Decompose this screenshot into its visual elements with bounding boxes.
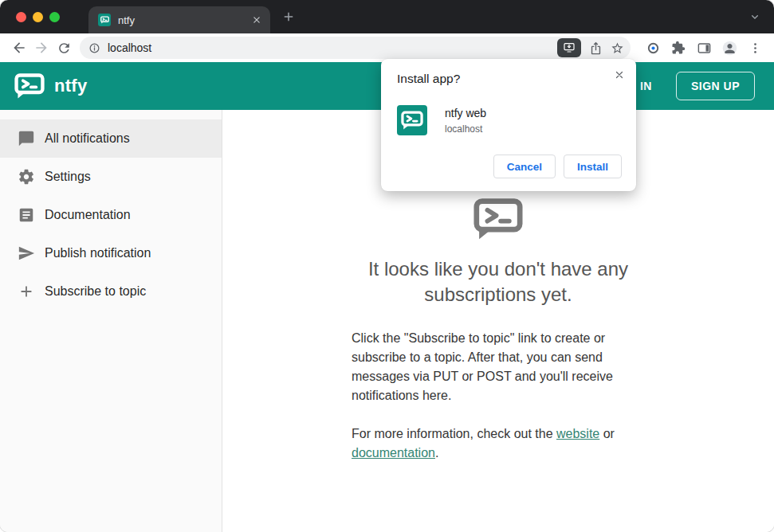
back-button[interactable] [8,37,30,59]
sidebar-item-publish-notification[interactable]: Publish notification [0,234,222,272]
empty-state-title: It looks like you don't have any subscri… [368,256,628,308]
website-link[interactable]: website [556,427,599,440]
url-text: localhost [108,41,151,54]
site-info-icon[interactable] [88,42,100,54]
profile-avatar[interactable] [718,37,741,59]
ntfy-logo-icon [14,73,45,99]
dialog-app-meta: ntfy web localhost [445,105,486,135]
tab-close-icon[interactable] [251,14,262,25]
sidebar-item-all-notifications[interactable]: All notifications [0,119,222,158]
browser-window: ntfy localhost [0,0,774,532]
forward-button[interactable] [30,37,53,59]
sidebar: All notifications Settings Documentation… [0,110,222,532]
sidebar-item-subscribe-to-topic[interactable]: Subscribe to topic [0,272,222,311]
sign-up-button[interactable]: SIGN UP [676,72,755,100]
window-controls [0,12,73,22]
extension-badge-icon[interactable] [642,37,664,59]
share-icon[interactable] [589,41,603,55]
article-icon [18,205,37,225]
more-info-prefix: For more information, check out the [352,427,556,440]
sidebar-item-label: Settings [45,170,91,184]
tab-search-chevron-icon[interactable] [748,10,761,23]
empty-state-more-info: For more information, check out the webs… [352,424,645,463]
chat-bubble-icon [18,129,37,148]
dialog-close-icon[interactable] [614,69,625,80]
close-window-button[interactable] [16,12,26,22]
dialog-app-row: ntfy web localhost [397,105,622,135]
tab-strip: ntfy [0,0,774,33]
browser-toolbar: localhost [0,33,774,62]
tab-title: ntfy [118,14,251,26]
plus-icon [18,282,37,301]
dialog-app-name: ntfy web [445,107,486,119]
zoom-window-button[interactable] [49,12,60,22]
documentation-link[interactable]: documentation [352,446,435,460]
bookmark-star-icon[interactable] [611,41,624,55]
browser-tab-ntfy[interactable]: ntfy [88,6,270,33]
empty-state-title-line1: It looks like you don't have any [368,256,628,282]
send-icon [18,244,37,263]
more-info-suffix: . [435,446,438,460]
sidebar-item-documentation[interactable]: Documentation [0,196,222,234]
dialog-app-origin: localhost [445,123,486,135]
empty-state-title-line2: subscriptions yet. [368,282,628,307]
menu-kebab-icon[interactable] [744,37,766,59]
cancel-button[interactable]: Cancel [493,155,556,178]
sidebar-item-settings[interactable]: Settings [0,158,222,196]
new-tab-button[interactable] [281,10,296,24]
dialog-title: Install app? [397,72,622,86]
ntfy-logo-icon [473,198,523,244]
ntfy-app-icon [397,105,427,135]
address-bar[interactable]: localhost [80,37,631,59]
dialog-actions: Cancel Install [397,155,622,178]
more-info-middle: or [599,427,615,440]
sidebar-item-label: Documentation [45,208,131,222]
reload-button[interactable] [53,37,75,59]
empty-state-paragraph: Click the "Subscribe to topic" link to c… [352,329,645,405]
sidebar-item-label: Publish notification [45,246,151,260]
minimize-window-button[interactable] [33,12,43,22]
install-app-dialog: Install app? ntfy web localhost Cancel I… [381,59,636,191]
sidebar-item-label: Subscribe to topic [45,284,146,299]
ntfy-favicon-icon [98,14,111,26]
gear-icon [18,167,37,186]
install-app-omnibox-icon[interactable] [557,38,581,57]
app-brand-title: ntfy [54,76,88,96]
extensions-puzzle-icon[interactable] [667,37,690,59]
side-panel-icon[interactable] [693,37,715,59]
sidebar-item-label: All notifications [45,131,130,146]
install-button[interactable]: Install [564,155,622,178]
